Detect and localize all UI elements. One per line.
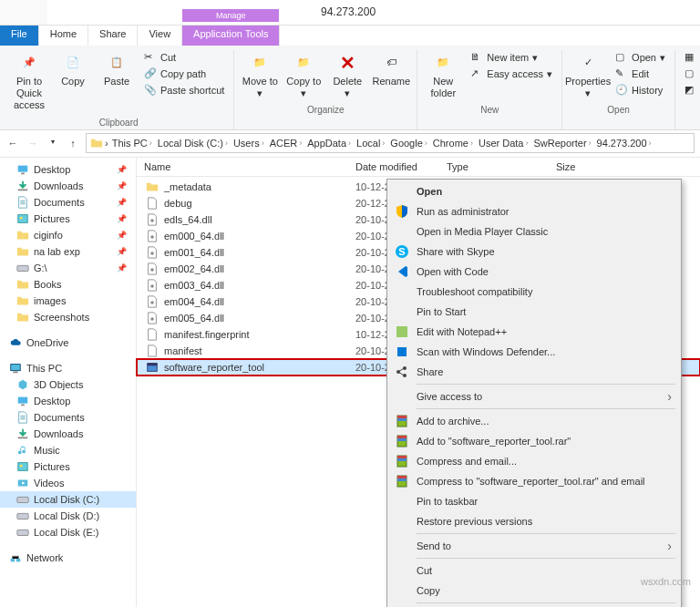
nav-item[interactable]: Pictures📌 — [0, 211, 136, 227]
nav-item[interactable]: 3D Objects — [0, 376, 136, 393]
tab-share[interactable]: Share — [88, 26, 138, 46]
invert-selection-button[interactable]: ◩Invert selection — [681, 83, 700, 98]
crumb[interactable]: AppData› — [305, 138, 353, 149]
dll-icon — [146, 246, 159, 259]
cut-button[interactable]: ✂Cut — [140, 50, 228, 65]
context-menu-item[interactable]: Share — [389, 362, 679, 382]
nav-item[interactable]: Screenshots — [0, 309, 136, 325]
nav-item[interactable]: Books — [0, 276, 136, 293]
disk-icon — [16, 526, 29, 539]
nav-back-button[interactable]: ← — [5, 138, 20, 149]
nav-item[interactable]: ciginfo📌 — [0, 227, 136, 243]
context-menu-item[interactable]: Add to "software_reporter_tool.rar" — [389, 431, 679, 451]
edit-button[interactable]: ✎Edit — [612, 67, 669, 81]
pic-icon — [16, 460, 29, 473]
crumb[interactable]: Chrome› — [431, 138, 475, 149]
file-icon — [146, 328, 159, 341]
context-menu-item[interactable]: Open in Media Player Classic — [389, 221, 679, 242]
context-menu-item[interactable]: Open with Code — [389, 262, 679, 282]
crumb[interactable]: User Data› — [477, 138, 530, 149]
context-menu-item[interactable]: Scan with Windows Defender... — [389, 342, 679, 362]
nav-item[interactable]: Downloads📌 — [0, 178, 136, 194]
crumb[interactable]: This PC› — [110, 138, 154, 149]
properties-button[interactable]: ✓Properties▾ — [568, 50, 608, 101]
context-menu-item[interactable]: Run as administrator — [389, 201, 679, 221]
nav-item[interactable]: Pictures — [0, 458, 136, 475]
tab-file[interactable]: File — [0, 26, 39, 46]
copy-button[interactable]: 📄Copy — [53, 50, 93, 114]
crumb[interactable]: Local Disk (C:)› — [156, 138, 230, 149]
crumb[interactable]: SwReporter› — [531, 138, 592, 149]
context-menu-item[interactable]: Share with Skype — [389, 242, 679, 262]
copy-to-button[interactable]: 📁Copy to▾ — [283, 50, 324, 101]
disk-icon — [16, 509, 29, 522]
nav-item[interactable]: Documents — [0, 409, 136, 426]
nav-up-button[interactable]: ↑ — [66, 138, 80, 149]
paste-shortcut-button[interactable]: 📎Paste shortcut — [140, 83, 228, 98]
tab-application-tools[interactable]: Application Tools — [182, 26, 280, 46]
new-item-button[interactable]: 🗎New item ▾ — [467, 50, 556, 65]
doc-icon — [16, 411, 29, 424]
crumb[interactable]: Google› — [388, 138, 428, 149]
new-folder-button[interactable]: 📁New folder — [423, 50, 463, 101]
history-button[interactable]: 🕘History — [612, 83, 669, 98]
move-to-button[interactable]: 📁Move to▾ — [240, 50, 280, 101]
paste-button[interactable]: 📋Paste — [97, 50, 137, 114]
context-menu-item[interactable]: Pin to Start — [389, 302, 679, 322]
context-menu-item[interactable]: Restore previous versions — [389, 511, 679, 531]
context-menu-item[interactable]: Compress to "software_reporter_tool.rar"… — [389, 471, 679, 491]
easy-access-button[interactable]: ↗Easy access ▾ — [467, 67, 556, 81]
context-menu-item[interactable]: Pin to taskbar — [389, 491, 679, 511]
tab-view[interactable]: View — [138, 26, 182, 46]
select-all-button[interactable]: ▦Select all — [681, 50, 700, 65]
context-menu-item[interactable]: Troubleshoot compatibility — [389, 282, 679, 302]
dll-icon — [146, 230, 159, 242]
rar-icon — [395, 434, 409, 448]
open-button[interactable]: ▢Open ▾ — [612, 50, 669, 65]
context-menu-item[interactable]: Compress and email... — [389, 451, 679, 471]
nav-item[interactable]: Music — [0, 442, 136, 458]
cloud-icon — [9, 336, 22, 349]
nav-item[interactable]: Desktop — [0, 393, 136, 409]
share-icon — [395, 365, 409, 379]
column-headers[interactable]: Name Date modified Type Size — [137, 158, 700, 177]
breadcrumb[interactable]: › This PC›Local Disk (C:)›Users›ACER›App… — [86, 133, 695, 153]
nav-onedrive[interactable]: OneDrive — [0, 334, 136, 351]
delete-button[interactable]: ✕Delete▾ — [327, 50, 367, 101]
context-menu-item[interactable]: Open — [389, 181, 679, 201]
tab-home[interactable]: Home — [39, 26, 88, 46]
nav-item[interactable]: Downloads — [0, 426, 136, 442]
folder-icon — [16, 278, 29, 291]
dll-icon — [146, 279, 159, 292]
context-menu-item[interactable]: Cut — [389, 561, 679, 581]
nav-item[interactable]: Documents📌 — [0, 194, 136, 211]
nav-item[interactable]: images — [0, 293, 136, 309]
desktop-icon — [16, 395, 29, 407]
nav-thispc[interactable]: This PC — [0, 360, 136, 376]
pc-icon — [9, 362, 22, 375]
nav-item[interactable]: Local Disk (D:) — [0, 508, 136, 524]
crumb[interactable]: 94.273.200› — [595, 138, 654, 149]
context-menu-item[interactable]: Send to› — [389, 536, 679, 556]
context-menu-item[interactable]: Give access to› — [389, 386, 679, 406]
nav-item[interactable]: Desktop📌 — [0, 161, 136, 178]
crumb[interactable]: ACER› — [268, 138, 304, 149]
nav-item[interactable]: Videos — [0, 475, 136, 491]
copy-path-button[interactable]: 🔗Copy path — [140, 67, 228, 81]
nav-recent-button[interactable]: ▾ — [46, 138, 60, 149]
context-menu-item[interactable]: Edit with Notepad++ — [389, 322, 679, 342]
nav-forward-button[interactable]: → — [26, 138, 40, 149]
nav-network[interactable]: Network — [0, 550, 136, 566]
nav-item[interactable]: G:\📌 — [0, 260, 136, 276]
nav-item[interactable]: na lab exp📌 — [0, 243, 136, 260]
rename-button[interactable]: 🏷Rename — [371, 50, 411, 101]
select-none-button[interactable]: ▢Select none — [681, 67, 700, 81]
context-menu-item[interactable]: Copy — [389, 581, 679, 601]
pin-quick-access-button[interactable]: 📌Pin to Quick access — [9, 50, 49, 114]
nav-item[interactable]: Local Disk (C:) — [0, 491, 136, 508]
folder-icon — [16, 229, 29, 242]
crumb[interactable]: Users› — [232, 138, 266, 149]
nav-item[interactable]: Local Disk (E:) — [0, 524, 136, 540]
context-menu-item[interactable]: Add to archive... — [389, 411, 679, 431]
crumb[interactable]: Local› — [355, 138, 386, 149]
